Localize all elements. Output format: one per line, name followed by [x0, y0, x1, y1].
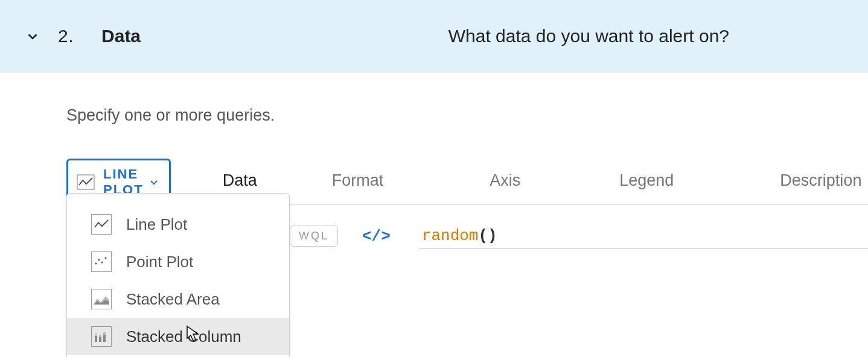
tab-description[interactable]: Description: [762, 162, 868, 202]
dropdown-item-label: Point Plot: [126, 253, 193, 271]
stacked-area-icon: [91, 289, 112, 309]
svg-point-3: [101, 262, 103, 264]
wql-badge[interactable]: WQL: [290, 226, 338, 247]
step-question: What data do you want to alert on?: [448, 26, 729, 46]
query-function: random: [422, 227, 479, 245]
svg-rect-11: [103, 335, 106, 342]
dropdown-item-label: Stacked Area: [126, 290, 220, 309]
chevron-down-icon[interactable]: [24, 28, 41, 45]
svg-point-4: [105, 257, 107, 259]
step-number: 2.: [58, 26, 74, 46]
svg-rect-8: [95, 333, 97, 336]
code-icon[interactable]: </>: [362, 227, 391, 245]
dropdown-item-label: Line Plot: [126, 215, 187, 234]
svg-rect-10: [99, 335, 101, 337]
line-plot-icon: [77, 174, 95, 190]
instruction-text: Specify one or more queries.: [66, 106, 868, 125]
plot-type-dropdown: Line Plot Point Plot Stacked Area: [66, 193, 290, 357]
query-row: WQL </> random(): [290, 223, 868, 249]
stacked-column-icon: [91, 326, 112, 347]
svg-rect-9: [99, 337, 101, 342]
chevron-down-icon: [150, 179, 158, 185]
cursor-icon: [185, 325, 202, 343]
dropdown-item-line-plot[interactable]: Line Plot: [67, 206, 289, 243]
point-plot-icon: [91, 251, 112, 272]
line-plot-icon: [91, 214, 112, 235]
svg-point-2: [98, 259, 100, 261]
dropdown-item-stacked-area[interactable]: Stacked Area: [67, 280, 289, 318]
svg-rect-7: [95, 336, 97, 342]
tab-legend[interactable]: Legend: [601, 162, 692, 202]
query-input[interactable]: random(): [420, 223, 868, 249]
query-parens: (): [478, 227, 497, 245]
tab-format[interactable]: Format: [314, 162, 402, 202]
tab-axis[interactable]: Axis: [471, 162, 538, 202]
svg-rect-12: [103, 332, 106, 335]
dropdown-item-point-plot[interactable]: Point Plot: [67, 243, 289, 280]
dropdown-item-label: Stacked Column: [126, 327, 241, 346]
step-title: Data: [101, 26, 141, 46]
dropdown-item-stacked-column[interactable]: Stacked Column: [67, 318, 289, 355]
svg-rect-0: [77, 175, 94, 189]
svg-point-1: [95, 263, 97, 265]
section-header[interactable]: 2. Data What data do you want to alert o…: [0, 0, 868, 72]
